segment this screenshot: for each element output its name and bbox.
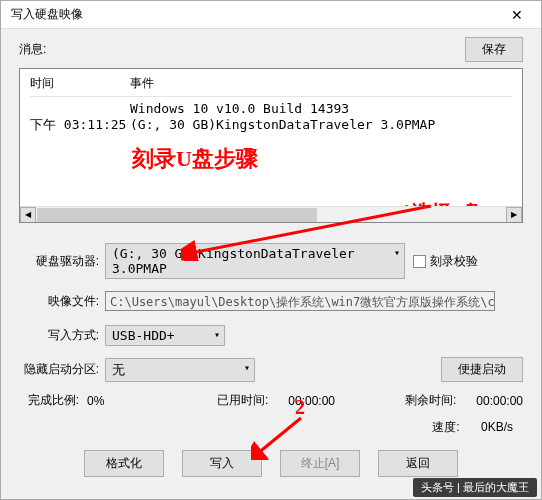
- remaining-label: 剩余时间:: [405, 392, 456, 409]
- log-box: 时间 事件 Windows 10 v10.0 Build 14393 下午 03…: [19, 68, 523, 223]
- log-header: 时间 事件: [30, 75, 512, 97]
- abort-button: 终止[A]: [280, 450, 360, 477]
- verify-checkbox[interactable]: [413, 255, 426, 268]
- verify-checkbox-wrap[interactable]: 刻录校验: [413, 253, 478, 270]
- write-button[interactable]: 写入: [182, 450, 262, 477]
- format-button[interactable]: 格式化: [84, 450, 164, 477]
- write-mode-label: 写入方式:: [19, 327, 99, 344]
- annotation-burn-steps: 刻录U盘步骤: [132, 144, 258, 174]
- hidden-boot-value: 无: [112, 361, 125, 379]
- speed-value: 0KB/s: [481, 420, 513, 434]
- completion-label: 完成比例:: [19, 392, 79, 409]
- window-title: 写入硬盘映像: [11, 6, 83, 23]
- title-bar: 写入硬盘映像 ✕: [1, 1, 541, 29]
- scroll-left-icon[interactable]: ◀: [20, 207, 36, 223]
- scroll-thumb[interactable]: [37, 208, 317, 222]
- hidden-boot-select[interactable]: 无: [105, 358, 255, 382]
- info-label: 消息:: [19, 41, 46, 58]
- back-button[interactable]: 返回: [378, 450, 458, 477]
- horizontal-scrollbar[interactable]: ◀ ▶: [20, 206, 522, 222]
- disk-drive-label: 硬盘驱动器:: [19, 253, 99, 270]
- hidden-boot-label: 隐藏启动分区:: [19, 361, 99, 378]
- annotation-step2: 2: [295, 396, 305, 419]
- elapsed-label: 已用时间:: [217, 392, 268, 409]
- portable-boot-button[interactable]: 便捷启动: [441, 357, 523, 382]
- scroll-right-icon[interactable]: ▶: [506, 207, 522, 223]
- disk-drive-value: (G:, 30 GB)KingstonDataTraveler 3.0PMAP: [112, 246, 386, 276]
- watermark: 头条号 | 最后的大魔王: [413, 478, 537, 497]
- log-row: Windows 10 v10.0 Build 14393: [30, 101, 512, 117]
- close-icon[interactable]: ✕: [497, 3, 537, 27]
- log-event: (G:, 30 GB)KingstonDataTraveler 3.0PMAP: [130, 117, 435, 133]
- speed-label: 速度:: [432, 420, 459, 434]
- write-mode-value: USB-HDD+: [112, 328, 175, 343]
- remaining-value: 00:00:00: [476, 394, 523, 408]
- completion-value: 0%: [87, 394, 147, 408]
- log-time: 下午 03:11:25: [30, 117, 130, 133]
- log-header-event: 事件: [130, 75, 154, 92]
- log-header-time: 时间: [30, 75, 130, 92]
- image-file-field[interactable]: C:\Users\mayul\Desktop\操作系统\win7微软官方原版操作…: [105, 291, 495, 311]
- disk-drive-select[interactable]: (G:, 30 GB)KingstonDataTraveler 3.0PMAP: [105, 243, 405, 279]
- log-row: 下午 03:11:25 (G:, 30 GB)KingstonDataTrave…: [30, 117, 512, 133]
- log-event: Windows 10 v10.0 Build 14393: [130, 101, 349, 117]
- verify-label: 刻录校验: [430, 253, 478, 270]
- image-file-label: 映像文件:: [19, 293, 99, 310]
- write-mode-select[interactable]: USB-HDD+: [105, 325, 225, 346]
- log-time: [30, 101, 130, 117]
- save-button[interactable]: 保存: [465, 37, 523, 62]
